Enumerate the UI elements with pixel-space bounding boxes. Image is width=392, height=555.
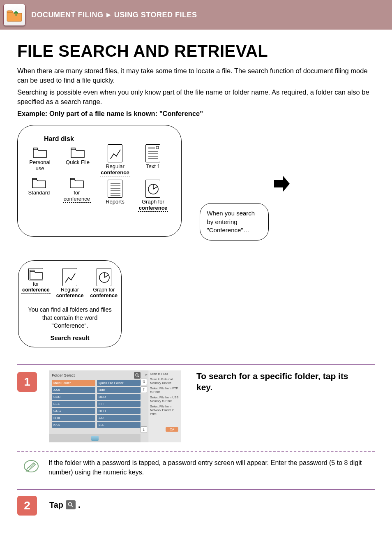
result-folder: for conference — [21, 268, 51, 299]
doc-label: Reports — [106, 199, 125, 205]
result-label-underlined: conference — [55, 293, 85, 299]
concept-diagram: Hard disk Personal use Quick File — [17, 125, 375, 347]
crumb-1[interactable]: DOCUMENT FILING — [31, 11, 104, 19]
search-icon[interactable] — [66, 500, 76, 509]
section-rule — [17, 489, 375, 490]
sort-icon[interactable]: ⇅ — [141, 379, 147, 385]
folder-button[interactable]: DDD — [97, 394, 141, 400]
result-doc-graph: Graph for conference — [89, 268, 119, 299]
folder-button[interactable]: FFF — [97, 401, 141, 407]
harddisk-title: Hard disk — [44, 135, 177, 143]
main-folder-button[interactable]: Main Folder — [52, 380, 95, 386]
doc-reports: Reports — [97, 180, 133, 205]
folder-button[interactable]: BBB — [97, 387, 141, 393]
arrow-icon — [272, 174, 291, 193]
folder-standard: Standard — [27, 177, 51, 203]
folder-button[interactable]: GGG — [52, 408, 95, 414]
side-action-item[interactable]: Select File from Network Folder to Print — [150, 405, 179, 416]
step-2-text: Tap . — [49, 500, 81, 510]
folder-button[interactable]: CCC — [52, 394, 95, 400]
result-title: Search result — [21, 334, 119, 341]
step-1-text: To search for a specific folder, tap its… — [196, 370, 357, 393]
side-action-item[interactable]: Select File from FTP to Print — [150, 386, 179, 394]
doc-label: Regular — [106, 163, 125, 169]
folder-label: Standard — [28, 190, 50, 196]
side-action-item[interactable]: Select File from USB Memory to Print — [150, 395, 179, 403]
header-bar: DOCUMENT FILING►USING STORED FILES — [0, 0, 392, 30]
crumb-separator-icon: ► — [105, 11, 113, 19]
quick-file-folder-button[interactable]: Quick File Folder — [97, 380, 141, 386]
svg-rect-1 — [156, 146, 159, 149]
folder-for-conference: for conference — [63, 177, 91, 203]
step2-pre: Tap — [49, 500, 63, 510]
dashed-separator — [17, 451, 375, 452]
folder-label: Personal use — [29, 159, 50, 171]
intro-paragraph-1: When there are many stored files, it may… — [17, 66, 375, 85]
folder-button[interactable]: LLL — [97, 422, 141, 428]
ca-button[interactable]: CA — [166, 427, 178, 432]
result-label: for — [33, 281, 39, 287]
footer-chip-icon — [91, 436, 99, 441]
doc-label-underlined: conference — [100, 169, 130, 176]
side-action-item[interactable]: Scan to External Memory Device — [150, 377, 179, 385]
breadcrumb: DOCUMENT FILING►USING STORED FILES — [31, 11, 197, 19]
result-label: Regular — [61, 287, 79, 293]
search-result-box: for conference Regular conference Graph … — [18, 260, 122, 347]
search-bubble: When you search by entering "Conference"… — [200, 203, 269, 240]
section-rule — [17, 364, 375, 365]
folder-button[interactable]: JJJ — [97, 415, 141, 421]
folder-button[interactable]: III III — [52, 415, 95, 421]
app-folder-icon — [3, 4, 25, 26]
folder-label-underlined: conference — [63, 196, 91, 203]
folder-label: for — [74, 190, 80, 196]
side-action-item[interactable]: Scan to HDD — [150, 372, 179, 376]
folder-button[interactable]: HHH — [97, 408, 141, 414]
folder-select-panel: Folder Select Main Folder Quick File Fol… — [49, 370, 181, 442]
note-row: If the folder with a password is tapped,… — [17, 458, 375, 477]
step-1: 1 Folder Select Main Folder Quick File F… — [17, 370, 375, 442]
harddisk-box: Hard disk Personal use Quick File — [17, 125, 182, 237]
panel-title: Folder Select — [52, 373, 75, 377]
folder-quickfile: Quick File — [65, 147, 91, 171]
scroll-buttons: ⇅ ⤒ ⤓ — [141, 379, 147, 433]
doc-graph-for-conference: Graph for conference — [135, 180, 171, 212]
folder-button[interactable]: KKK — [52, 422, 95, 428]
doc-label: Graph for — [142, 199, 164, 205]
result-label: Graph for — [93, 287, 115, 293]
chevron-right-icon[interactable]: ▸ — [145, 372, 148, 377]
crumb-2[interactable]: USING STORED FILES — [114, 11, 197, 19]
search-icon[interactable] — [134, 372, 141, 379]
svg-point-19 — [69, 503, 72, 506]
note-text: If the folder with a password is tapped,… — [48, 458, 375, 477]
doc-text1: Text 1 — [135, 144, 171, 169]
doc-label: Text 1 — [146, 163, 160, 169]
pencil-note-icon — [23, 458, 39, 474]
folder-label: Quick File — [66, 159, 90, 165]
svg-line-15 — [138, 376, 139, 377]
intro-paragraph-2: Searching is possible even when you only… — [17, 88, 375, 106]
example-line: Example: Only part of a file name is kno… — [17, 110, 375, 118]
step2-post: . — [78, 500, 81, 510]
folder-personal: Personal use — [27, 147, 53, 171]
step-number-2: 2 — [17, 496, 37, 516]
scroll-top-icon[interactable]: ⤒ — [141, 386, 147, 393]
result-note: You can find all folders and files that … — [24, 306, 115, 330]
folder-button[interactable]: EEE — [52, 401, 95, 407]
result-label-underlined: conference — [21, 287, 51, 294]
result-label-underlined: conference — [89, 293, 118, 299]
result-doc-regular: Regular conference — [55, 268, 85, 299]
svg-line-20 — [71, 506, 73, 507]
doc-label-underlined: conference — [138, 205, 168, 212]
folder-button[interactable]: AAA — [52, 387, 95, 393]
panel-footer — [49, 434, 141, 442]
scroll-bottom-icon[interactable]: ⤓ — [141, 426, 147, 433]
doc-regular-conference: Regular conference — [97, 144, 133, 176]
page-title: FILE SEARCH AND RETRIEVAL — [17, 42, 375, 60]
step-number-1: 1 — [17, 372, 37, 392]
step-2: 2 Tap . — [17, 494, 375, 516]
